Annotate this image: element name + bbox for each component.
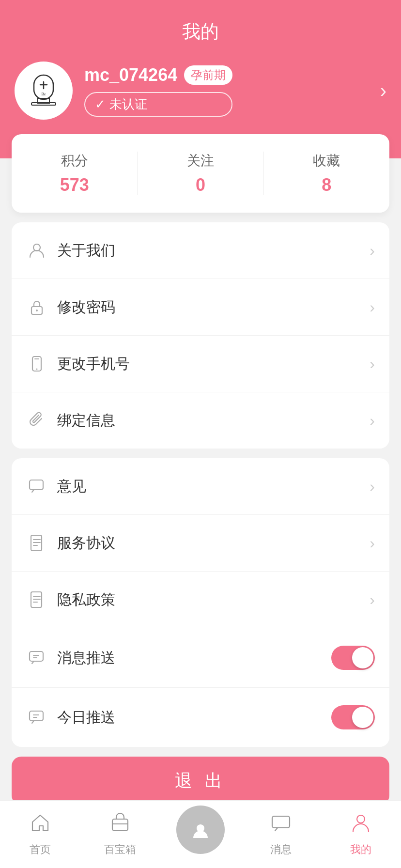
- svg-rect-6: [31, 103, 56, 105]
- nav-home[interactable]: 首页: [0, 812, 80, 857]
- svg-rect-13: [30, 480, 43, 490]
- nav-toolbox[interactable]: 百宝箱: [80, 812, 161, 857]
- logout-button[interactable]: 退 出: [12, 757, 389, 805]
- bottom-nav: 首页 百宝箱 消息: [0, 800, 401, 868]
- stat-favorite-label: 收藏: [313, 152, 340, 170]
- chat-icon: [26, 476, 47, 497]
- menu-item-about[interactable]: 关于我们 ›: [12, 222, 389, 279]
- stat-favorite[interactable]: 收藏 8: [263, 152, 389, 195]
- daily-icon: [26, 707, 47, 728]
- menu-label-phone: 更改手机号: [57, 354, 360, 374]
- svg-point-11: [36, 369, 38, 370]
- menu-item-bind[interactable]: 绑定信息 ›: [12, 392, 389, 449]
- bag-icon: [109, 812, 131, 838]
- doc-icon: [26, 532, 47, 554]
- menu-label-daily: 今日推送: [57, 708, 322, 728]
- nav-home-label: 首页: [30, 842, 51, 857]
- svg-rect-31: [272, 816, 290, 828]
- nav-message[interactable]: 消息: [241, 812, 321, 857]
- menu-label-notification: 消息推送: [57, 648, 322, 668]
- notification-toggle[interactable]: [331, 646, 375, 670]
- profile-chevron-icon[interactable]: ›: [380, 80, 386, 102]
- username-row: mc_074264 孕前期: [84, 65, 232, 85]
- username: mc_074264: [84, 65, 177, 85]
- nav-toolbox-label: 百宝箱: [104, 842, 136, 857]
- menu-item-password[interactable]: 修改密码 ›: [12, 279, 389, 336]
- chevron-icon: ›: [370, 298, 375, 316]
- menu-item-feedback[interactable]: 意见 ›: [12, 458, 389, 515]
- chevron-icon: ›: [370, 242, 375, 260]
- nav-mine[interactable]: 我的: [321, 812, 401, 857]
- phone-icon: [26, 353, 47, 374]
- paperclip-icon: [26, 410, 47, 431]
- menu-group-2: 意见 › 服务协议 ›: [12, 458, 389, 747]
- stat-favorite-value: 8: [322, 175, 331, 195]
- chevron-icon: ›: [370, 478, 375, 496]
- avatar[interactable]: Be Quiet: [15, 62, 73, 120]
- stat-score-value: 573: [60, 175, 89, 195]
- home-icon: [30, 812, 51, 838]
- toggle-knob-daily: [352, 707, 373, 728]
- person-icon: [26, 240, 47, 261]
- menu-label-service: 服务协议: [57, 533, 360, 553]
- chevron-icon: ›: [370, 591, 375, 609]
- chevron-icon: ›: [370, 412, 375, 430]
- menu-item-daily[interactable]: 今日推送: [12, 688, 389, 747]
- menu-label-password: 修改密码: [57, 297, 360, 317]
- page-title: 我的: [15, 19, 386, 44]
- svg-text:Be: Be: [42, 92, 46, 96]
- stat-follow[interactable]: 关注 0: [137, 152, 263, 195]
- svg-point-9: [36, 310, 38, 311]
- menu-item-service[interactable]: 服务协议 ›: [12, 515, 389, 572]
- pregnancy-tag: 孕前期: [184, 65, 232, 85]
- chevron-icon: ›: [370, 534, 375, 552]
- stat-score[interactable]: 积分 573: [12, 152, 137, 195]
- svg-point-32: [357, 815, 365, 823]
- profile-left: Be Quiet mc_074264 孕前期 ✓ 未认证: [15, 62, 232, 120]
- privacy-doc-icon: [26, 589, 47, 610]
- nav-message-label: 消息: [270, 842, 292, 857]
- nav-mine-label: 我的: [350, 842, 371, 857]
- menu-group-1: 关于我们 › 修改密码 › 更改手机号: [12, 222, 389, 449]
- svg-rect-25: [30, 711, 43, 721]
- verify-badge[interactable]: ✓ 未认证: [84, 92, 232, 117]
- stat-follow-label: 关注: [187, 152, 214, 170]
- menu-label-feedback: 意见: [57, 477, 360, 496]
- stats-card: 积分 573 关注 0 收藏 8: [12, 134, 389, 213]
- stat-score-label: 积分: [61, 152, 88, 170]
- notification-icon: [26, 647, 47, 668]
- chevron-icon: ›: [370, 355, 375, 373]
- menu-item-privacy[interactable]: 隐私政策 ›: [12, 572, 389, 628]
- svg-rect-28: [112, 819, 128, 831]
- menu-label-bind: 绑定信息: [57, 411, 360, 431]
- menu-label-about: 关于我们: [57, 241, 360, 261]
- profile-row: Be Quiet mc_074264 孕前期 ✓ 未认证: [15, 62, 386, 120]
- stat-follow-value: 0: [196, 175, 205, 195]
- verify-label: 未认证: [109, 96, 147, 113]
- nav-center[interactable]: [160, 806, 241, 864]
- nav-center-button[interactable]: [176, 806, 225, 854]
- message-icon: [270, 812, 292, 838]
- menu-item-notification[interactable]: 消息推送: [12, 628, 389, 688]
- mine-icon: [350, 812, 371, 838]
- lock-icon: [26, 296, 47, 318]
- menu-item-phone[interactable]: 更改手机号 ›: [12, 336, 389, 392]
- daily-toggle[interactable]: [331, 705, 375, 729]
- profile-info: mc_074264 孕前期 ✓ 未认证: [84, 65, 232, 117]
- svg-rect-22: [30, 651, 43, 661]
- toggle-knob: [352, 647, 373, 668]
- menu-label-privacy: 隐私政策: [57, 590, 360, 610]
- verify-icon: ✓: [95, 97, 106, 112]
